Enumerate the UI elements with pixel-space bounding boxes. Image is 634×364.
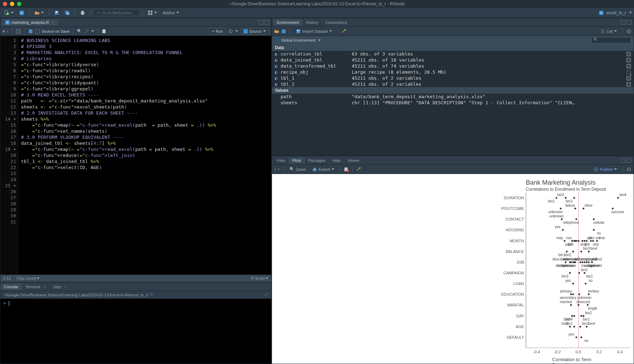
expand-icon[interactable]: ◐ (275, 57, 281, 63)
tab-connections[interactable]: Connections (322, 19, 351, 26)
tab-viewer[interactable]: Viewer (344, 157, 363, 164)
maximize-pane-icon[interactable] (264, 20, 269, 25)
chart-point-label: married (560, 300, 572, 304)
y-tick-label: CAMPAIGN (503, 271, 524, 275)
env-row[interactable]: ◐data_joined_tbl45211 obs. of 18 variabl… (272, 57, 634, 63)
env-row[interactable]: ◐tbl_145211 obs. of 2 variables (272, 75, 634, 81)
tab-environment[interactable]: Environment (273, 19, 303, 26)
env-row[interactable]: ◐recipe_objLarge recipe (8 elements, 28.… (272, 69, 634, 75)
maximize-pane-icon[interactable] (627, 158, 632, 163)
source-on-save-checkbox[interactable] (35, 29, 40, 33)
tab-help[interactable]: Help (329, 157, 344, 164)
show-in-new-window-icon[interactable] (16, 29, 21, 34)
search-env-input[interactable]: 🔍 (592, 37, 631, 43)
code-editor[interactable]: 1234567891011121314 ▾1516171819 ▾2021222… (0, 36, 271, 275)
minimize-pane-icon[interactable] (621, 20, 626, 25)
scope-selector[interactable]: Global Environment (281, 38, 316, 42)
chart-point (593, 229, 595, 231)
chart-point (617, 197, 619, 199)
compile-report-icon[interactable] (101, 29, 106, 34)
forward-icon[interactable] (6, 30, 8, 33)
close-icon[interactable] (3, 2, 7, 6)
tab-history[interactable]: History (303, 19, 322, 26)
clear-plots-icon[interactable] (356, 167, 361, 172)
tab-packages[interactable]: Packages (305, 157, 329, 164)
scope-indicator[interactable]: (Top Level) (16, 276, 36, 280)
import-dataset-button[interactable]: Import Dataset (294, 28, 334, 35)
chart-point (564, 240, 566, 242)
magnify-icon[interactable] (627, 70, 631, 74)
minimize-pane-icon[interactable] (258, 20, 263, 25)
chart-point-label: bin2 (566, 321, 572, 325)
console-body[interactable] (0, 299, 271, 364)
next-plot-icon[interactable] (278, 168, 280, 171)
spreadsheet-icon[interactable] (627, 64, 631, 68)
refresh-icon[interactable] (627, 29, 632, 34)
tab-files[interactable]: Files (273, 157, 289, 164)
plot-area: Bank Marketing Analysis Correlations to … (272, 174, 634, 364)
expand-icon[interactable]: ◐ (275, 75, 281, 81)
minimize-icon[interactable] (10, 2, 14, 6)
source-button[interactable]: Source (240, 28, 269, 35)
project-menu-icon[interactable] (629, 12, 632, 14)
chart-point (586, 240, 587, 242)
back-icon[interactable] (2, 30, 4, 33)
refresh-plot-icon[interactable] (627, 167, 632, 172)
env-row[interactable]: ◐tbl_245211 obs. of 2 variables (272, 81, 634, 87)
zoom-icon[interactable] (17, 2, 21, 6)
find-icon[interactable]: 🔍 (77, 29, 82, 33)
chart-point (588, 294, 590, 295)
new-project-button[interactable]: R (17, 9, 26, 16)
tab-plots[interactable]: Plots (289, 157, 304, 164)
clear-console-icon[interactable] (263, 292, 268, 297)
y-tick-label: CONTACT (505, 217, 524, 221)
project-name[interactable]: excel_to_r (607, 10, 626, 15)
wand-icon[interactable] (84, 29, 89, 34)
export-button[interactable]: Export (310, 166, 336, 173)
zoom-button[interactable]: 🔍Zoom (287, 166, 308, 173)
load-workspace-icon[interactable] (274, 29, 279, 34)
clear-workspace-icon[interactable] (342, 29, 347, 34)
run-button[interactable]: ➔Run (208, 28, 226, 35)
env-row[interactable]: ◐correlation_tbl63 obs. of 3 variables (272, 51, 634, 57)
env-row[interactable]: path"data/bank_term_deposit_marketing_an… (272, 94, 634, 100)
open-file-button[interactable] (32, 9, 46, 16)
remove-plot-icon[interactable] (344, 167, 349, 172)
expand-icon[interactable]: ◐ (275, 63, 281, 69)
save-workspace-icon[interactable] (281, 29, 286, 34)
chart-point-label: bin1 (559, 253, 565, 257)
expand-icon[interactable]: ◐ (275, 81, 281, 87)
maximize-pane-icon[interactable] (627, 20, 632, 25)
expand-icon[interactable]: ◐ (275, 69, 281, 75)
minimize-pane-icon[interactable] (621, 158, 626, 163)
publish-button[interactable]: Publish (591, 166, 619, 173)
print-button[interactable] (78, 9, 87, 16)
save-file-icon[interactable] (28, 29, 33, 34)
env-row[interactable]: ◐data_transformed_tbl45211 obs. of 74 va… (272, 63, 634, 69)
tab-console[interactable]: Console (0, 284, 22, 290)
source-tab[interactable]: Rmarketing_analysis.R× (2, 19, 58, 26)
expand-icon[interactable]: ◐ (275, 51, 281, 57)
file-type-indicator[interactable]: R Script (251, 276, 265, 280)
tab-terminal[interactable]: Terminal (22, 284, 49, 290)
spreadsheet-icon[interactable] (627, 58, 631, 62)
view-mode-button[interactable]: List (598, 28, 619, 35)
save-all-button[interactable] (63, 9, 72, 16)
spreadsheet-icon[interactable] (627, 76, 631, 80)
env-row[interactable]: sheetschr [1:13] "PROCEDURE" "DATA DESCR… (272, 100, 634, 106)
spreadsheet-icon[interactable] (627, 52, 631, 56)
code-area[interactable]: # BUSINESS SCIENCE LEARNING LABS# EPISOD… (19, 36, 271, 275)
tab-jobs[interactable]: Jobs (49, 284, 70, 290)
goto-file-input[interactable]: ➔Go to file/function (93, 9, 140, 16)
rerun-icon[interactable] (228, 29, 233, 34)
new-file-button[interactable] (2, 9, 16, 16)
chart-point-label: student (588, 263, 599, 267)
prev-plot-icon[interactable] (274, 168, 276, 171)
chart-point (569, 326, 571, 327)
save-button[interactable] (52, 9, 61, 16)
addins-button[interactable]: Addins (161, 10, 181, 16)
spreadsheet-icon[interactable] (627, 82, 631, 86)
console-prompt[interactable] (3, 300, 268, 306)
workspace-panes-button[interactable] (146, 9, 159, 16)
goto-wd-icon[interactable]: ⚐ (150, 292, 153, 297)
